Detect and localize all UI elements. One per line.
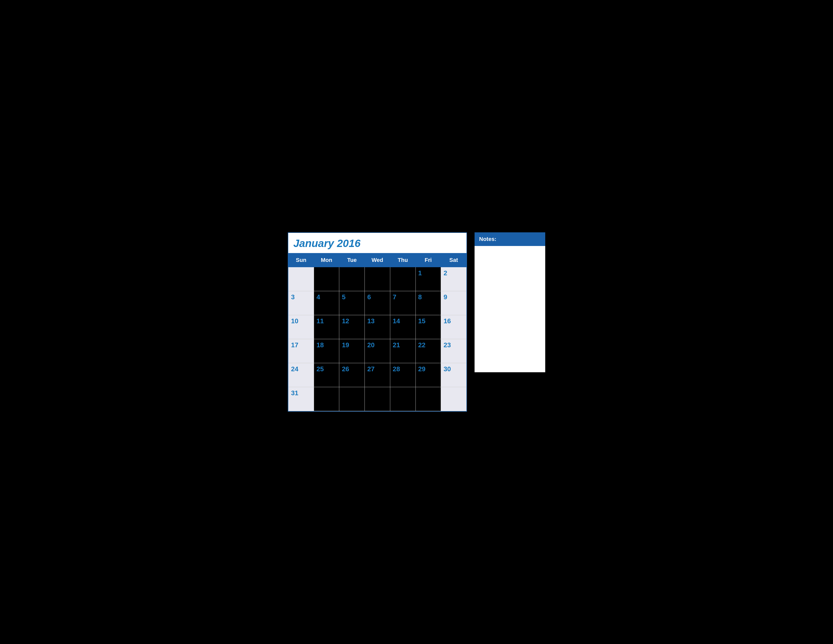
day-number: 2 bbox=[444, 269, 447, 277]
calendar-cell bbox=[390, 387, 415, 411]
calendar-cell: 8 bbox=[415, 291, 441, 315]
calendar-cell: 10 bbox=[288, 315, 314, 339]
header-thu: Thu bbox=[390, 253, 415, 267]
calendar-cell: 14 bbox=[390, 315, 415, 339]
calendar-cell bbox=[441, 387, 466, 411]
calendar-cell: 4 bbox=[314, 291, 339, 315]
day-number: 12 bbox=[342, 317, 349, 325]
calendar-cell bbox=[288, 267, 314, 291]
day-number: 18 bbox=[317, 341, 324, 349]
calendar-cell: 31 bbox=[288, 387, 314, 411]
calendar-cell: 30 bbox=[441, 363, 466, 387]
day-number: 29 bbox=[418, 365, 426, 373]
calendar-cell: 25 bbox=[314, 363, 339, 387]
day-number: 19 bbox=[342, 341, 349, 349]
day-number: 25 bbox=[317, 365, 324, 373]
day-number: 23 bbox=[444, 341, 451, 349]
day-number: 11 bbox=[317, 317, 324, 325]
calendar-cell: 11 bbox=[314, 315, 339, 339]
calendar-cell: 21 bbox=[390, 339, 415, 363]
day-number: 13 bbox=[367, 317, 375, 325]
day-number: 4 bbox=[317, 293, 320, 301]
calendar-cell bbox=[365, 387, 390, 411]
calendar-cell: 2 bbox=[441, 267, 466, 291]
calendar-cell: 6 bbox=[365, 291, 390, 315]
calendar-cell bbox=[314, 387, 339, 411]
calendar-cell bbox=[365, 267, 390, 291]
calendar-cell: 22 bbox=[415, 339, 441, 363]
calendar-cell: 1 bbox=[415, 267, 441, 291]
calendar-week-row: 3456789 bbox=[288, 291, 466, 315]
day-number: 5 bbox=[342, 293, 345, 301]
calendar-cell: 17 bbox=[288, 339, 314, 363]
calendar-cell bbox=[390, 267, 415, 291]
day-number: 21 bbox=[393, 341, 400, 349]
calendar-month-year: January 2016 bbox=[293, 237, 462, 250]
calendar-grid: SunMonTueWedThuFriSat 123456789101112131… bbox=[288, 253, 466, 411]
calendar-cell: 24 bbox=[288, 363, 314, 387]
calendar-cell bbox=[314, 267, 339, 291]
calendar-cell: 26 bbox=[339, 363, 365, 387]
calendar-cell: 18 bbox=[314, 339, 339, 363]
day-number: 22 bbox=[418, 341, 426, 349]
calendar-cell: 7 bbox=[390, 291, 415, 315]
notes-container: Notes: bbox=[474, 232, 545, 372]
day-number: 27 bbox=[367, 365, 375, 373]
header-mon: Mon bbox=[314, 253, 339, 267]
day-number: 9 bbox=[444, 293, 447, 301]
day-number: 15 bbox=[418, 317, 426, 325]
day-number: 28 bbox=[393, 365, 400, 373]
calendar-cell: 20 bbox=[365, 339, 390, 363]
calendar-cell bbox=[415, 387, 441, 411]
header-sat: Sat bbox=[441, 253, 466, 267]
calendar-week-row: 10111213141516 bbox=[288, 315, 466, 339]
page: January 2016 SunMonTueWedThuFriSat 12345… bbox=[278, 217, 555, 427]
calendar-cell: 27 bbox=[365, 363, 390, 387]
calendar-cell bbox=[339, 387, 365, 411]
header-fri: Fri bbox=[415, 253, 441, 267]
calendar-week-row: 24252627282930 bbox=[288, 363, 466, 387]
header-sun: Sun bbox=[288, 253, 314, 267]
calendar-cell: 15 bbox=[415, 315, 441, 339]
notes-body bbox=[474, 246, 545, 372]
header-tue: Tue bbox=[339, 253, 365, 267]
day-number: 17 bbox=[291, 341, 298, 349]
day-number: 8 bbox=[418, 293, 422, 301]
calendar-week-row: 17181920212223 bbox=[288, 339, 466, 363]
notes-header: Notes: bbox=[474, 232, 545, 246]
calendar-cell: 16 bbox=[441, 315, 466, 339]
day-number: 10 bbox=[291, 317, 298, 325]
calendar-cell: 19 bbox=[339, 339, 365, 363]
calendar-cell: 23 bbox=[441, 339, 466, 363]
day-number: 6 bbox=[367, 293, 371, 301]
calendar-cell: 9 bbox=[441, 291, 466, 315]
day-number: 30 bbox=[444, 365, 451, 373]
calendar-container: January 2016 SunMonTueWedThuFriSat 12345… bbox=[288, 232, 467, 412]
calendar-cell: 12 bbox=[339, 315, 365, 339]
calendar-week-row: 12 bbox=[288, 267, 466, 291]
calendar-header-row: SunMonTueWedThuFriSat bbox=[288, 253, 466, 267]
day-number: 26 bbox=[342, 365, 349, 373]
day-number: 20 bbox=[367, 341, 375, 349]
calendar-title-area: January 2016 bbox=[288, 233, 466, 253]
calendar-cell: 29 bbox=[415, 363, 441, 387]
calendar-cell: 28 bbox=[390, 363, 415, 387]
day-number: 31 bbox=[291, 389, 298, 397]
day-number: 7 bbox=[393, 293, 396, 301]
day-number: 16 bbox=[444, 317, 451, 325]
calendar-week-row: 31 bbox=[288, 387, 466, 411]
calendar-cell bbox=[339, 267, 365, 291]
day-number: 3 bbox=[291, 293, 294, 301]
day-number: 24 bbox=[291, 365, 298, 373]
calendar-cell: 3 bbox=[288, 291, 314, 315]
calendar-cell: 5 bbox=[339, 291, 365, 315]
header-wed: Wed bbox=[365, 253, 390, 267]
calendar-cell: 13 bbox=[365, 315, 390, 339]
day-number: 1 bbox=[418, 269, 422, 277]
day-number: 14 bbox=[393, 317, 400, 325]
